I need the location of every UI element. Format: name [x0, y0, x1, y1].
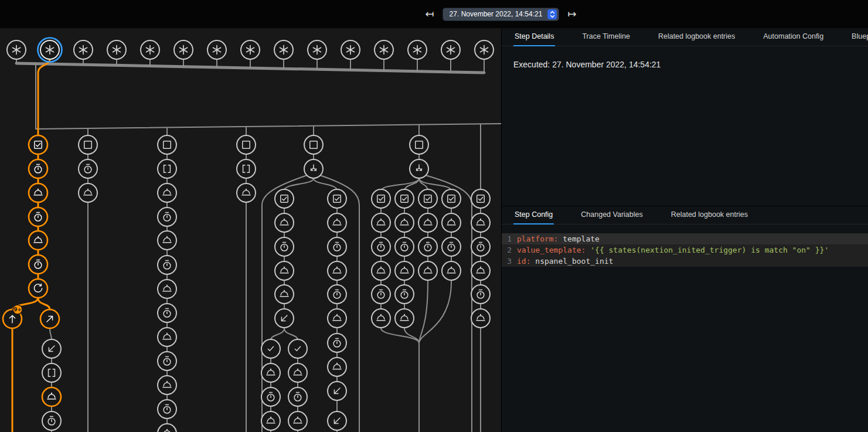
trace-node[interactable]: [158, 231, 176, 250]
trace-node[interactable]: [275, 309, 294, 328]
trace-node[interactable]: [141, 40, 159, 59]
tab-related-logbook-entries[interactable]: Related logbook entries: [657, 28, 736, 46]
trace-node[interactable]: [29, 255, 47, 274]
trace-node[interactable]: [328, 213, 346, 232]
trace-node[interactable]: [395, 261, 414, 280]
trace-node[interactable]: [328, 309, 346, 328]
trace-node[interactable]: [441, 40, 460, 59]
trace-node[interactable]: [274, 40, 293, 59]
trace-node[interactable]: [304, 135, 323, 154]
trace-node[interactable]: [42, 339, 61, 358]
trace-node[interactable]: [442, 189, 461, 208]
trace-node[interactable]: [29, 183, 47, 202]
trace-node[interactable]: [237, 135, 256, 154]
trace-node[interactable]: [79, 159, 97, 178]
tab-step-details[interactable]: Step Details: [513, 28, 555, 46]
trace-node[interactable]: [237, 183, 256, 202]
trace-node[interactable]: [158, 304, 176, 322]
trace-node[interactable]: [471, 285, 490, 304]
trace-node[interactable]: [395, 237, 414, 256]
trace-node[interactable]: [372, 189, 390, 208]
trace-node[interactable]: [288, 339, 307, 358]
trace-node[interactable]: [288, 363, 307, 382]
trace-node[interactable]: [79, 135, 97, 154]
trace-node[interactable]: [372, 237, 390, 256]
trace-node[interactable]: [475, 40, 493, 59]
trace-node[interactable]: [328, 261, 346, 280]
trace-node[interactable]: [395, 213, 414, 232]
next-trace-button[interactable]: ↦: [567, 9, 576, 19]
trace-node[interactable]: [241, 40, 260, 59]
tab-step-config[interactable]: Step Config: [513, 206, 554, 224]
trace-node[interactable]: [418, 189, 437, 208]
trace-node[interactable]: [328, 237, 346, 256]
trace-node[interactable]: [207, 40, 226, 59]
tab-blueprint-config[interactable]: Blueprint Config: [850, 28, 868, 46]
trace-node[interactable]: [29, 279, 47, 298]
trace-node[interactable]: [328, 358, 346, 376]
trace-node[interactable]: [471, 261, 490, 280]
trace-node[interactable]: [158, 208, 176, 226]
trace-node[interactable]: [261, 411, 280, 430]
trace-node[interactable]: [275, 237, 294, 256]
trace-node[interactable]: [471, 309, 490, 328]
trace-node[interactable]: [418, 237, 437, 256]
trace-node[interactable]: [158, 424, 176, 432]
trace-node[interactable]: [328, 382, 346, 400]
trace-node[interactable]: [74, 40, 93, 59]
trace-node[interactable]: [29, 135, 47, 154]
trace-node[interactable]: [372, 309, 390, 328]
trace-node[interactable]: [158, 183, 176, 202]
trace-node[interactable]: [418, 213, 437, 232]
trace-node[interactable]: [237, 159, 256, 178]
trace-node[interactable]: [158, 328, 176, 346]
trace-node[interactable]: [410, 159, 428, 178]
tab-changed-variables[interactable]: Changed Variables: [580, 206, 644, 224]
trace-node[interactable]: [7, 40, 26, 59]
trace-node[interactable]: [471, 213, 490, 232]
trace-node[interactable]: [288, 411, 307, 430]
trace-node[interactable]: [442, 213, 461, 232]
trace-node[interactable]: 9+: [3, 305, 22, 328]
trace-node[interactable]: [79, 183, 97, 202]
trace-node[interactable]: [328, 411, 346, 430]
trace-date-select[interactable]: 27. November 2022, 14:54:21: [442, 8, 560, 21]
trace-node[interactable]: [341, 40, 360, 59]
trace-node[interactable]: [158, 280, 176, 298]
trace-node[interactable]: [395, 285, 414, 304]
trace-node[interactable]: [328, 189, 346, 208]
tab-automation-config[interactable]: Automation Config: [762, 28, 825, 46]
trace-node[interactable]: [395, 309, 414, 328]
trace-node[interactable]: [29, 231, 47, 250]
trace-node[interactable]: [40, 309, 59, 328]
trace-node[interactable]: [29, 159, 47, 178]
trace-node[interactable]: [395, 189, 414, 208]
trace-node[interactable]: [158, 159, 176, 178]
trace-node[interactable]: [42, 387, 61, 406]
tab-trace-timeline[interactable]: Trace Timeline: [581, 28, 631, 46]
trace-node[interactable]: [275, 189, 294, 208]
trace-node[interactable]: [261, 387, 280, 406]
trace-node[interactable]: [418, 261, 437, 280]
trace-node[interactable]: [471, 189, 490, 208]
trace-node[interactable]: [372, 261, 390, 280]
trace-node[interactable]: [304, 159, 323, 178]
trace-node[interactable]: [158, 135, 176, 154]
trace-node[interactable]: [158, 256, 176, 274]
trace-node[interactable]: [308, 40, 326, 59]
trace-node[interactable]: [42, 411, 61, 430]
tab-related-logbook-entries[interactable]: Related logbook entries: [670, 206, 749, 224]
trace-node[interactable]: [410, 135, 428, 154]
trace-node[interactable]: [38, 38, 62, 62]
trace-node[interactable]: [408, 40, 427, 59]
trace-node[interactable]: [375, 40, 393, 59]
trace-node[interactable]: [471, 237, 490, 256]
trace-node[interactable]: [158, 352, 176, 370]
trace-node[interactable]: [275, 213, 294, 232]
trace-node[interactable]: [261, 339, 280, 358]
trace-node[interactable]: [442, 237, 461, 256]
trace-node[interactable]: [288, 387, 307, 406]
trace-node[interactable]: [158, 400, 176, 419]
trace-node[interactable]: [261, 363, 280, 382]
trace-node[interactable]: [107, 40, 126, 59]
